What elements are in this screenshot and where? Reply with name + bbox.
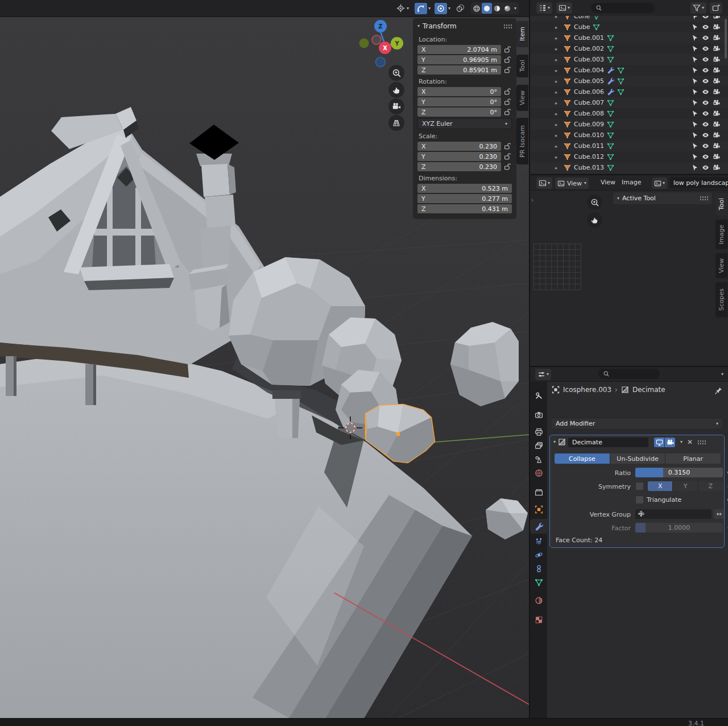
modifier-extras-dropdown[interactable]: ▾ [680, 440, 682, 444]
visibility-eye-icon[interactable] [702, 34, 709, 42]
modifier-collapse-icon[interactable]: ▾ [553, 440, 556, 444]
image-mode-dropdown[interactable]: View▾ [555, 177, 589, 189]
render-visibility-icon[interactable] [713, 121, 720, 128]
outliner-row[interactable]: ▸Cube.004 [530, 65, 728, 76]
visibility-eye-icon[interactable] [702, 16, 709, 20]
outliner-row[interactable]: ▸Cube.012 [530, 151, 728, 162]
render-visibility-icon[interactable] [713, 142, 720, 150]
pin-icon[interactable] [714, 387, 722, 395]
properties-search-input[interactable] [598, 369, 660, 379]
lock-icon[interactable] [504, 98, 512, 106]
expand-arrow-icon[interactable]: ▸ [555, 57, 561, 63]
lock-icon[interactable] [504, 163, 512, 171]
properties-options-dropdown[interactable]: ▾ [721, 372, 723, 377]
ratio-slider[interactable]: 0.3150 [635, 468, 723, 477]
outliner-row[interactable]: ▸Cube.009 [530, 119, 728, 130]
perspective-toggle-button[interactable] [388, 115, 404, 131]
visibility-eye-icon[interactable] [702, 56, 709, 63]
image-name-field[interactable]: low poly landscape [669, 177, 728, 188]
properties-tab-object-data[interactable] [530, 575, 547, 589]
zoom-button[interactable] [587, 195, 602, 210]
breadcrumb-modifier[interactable]: Decimate [632, 386, 665, 394]
3d-viewport[interactable]: ▾ ▾ ▾ ▾ Z Y X [0, 0, 529, 718]
tab-view[interactable]: View [516, 85, 528, 111]
tab-view[interactable]: View [715, 253, 727, 278]
properties-tab-collection[interactable] [530, 485, 547, 500]
location-z-field[interactable]: Z0.85901 m [417, 65, 501, 75]
outliner-display-mode-button[interactable]: ▾ [536, 2, 553, 14]
selectable-icon[interactable] [691, 77, 698, 85]
tab-tool[interactable]: Tool [715, 193, 727, 216]
proportional-editing-toggle[interactable] [435, 3, 447, 14]
expand-arrow-icon[interactable]: ▸ [555, 46, 561, 52]
properties-tab-scene[interactable] [530, 452, 547, 467]
lock-icon[interactable] [504, 152, 512, 160]
visibility-eye-icon[interactable] [702, 99, 709, 106]
editor-type-button[interactable]: ▾ [536, 177, 553, 189]
outliner-row[interactable]: ▸Cube.013 [530, 162, 728, 173]
mode-planar-button[interactable]: Planar [665, 453, 721, 464]
modifier-drag-handle[interactable] [697, 440, 706, 445]
outliner-row[interactable]: ▸Cube.008 [530, 108, 728, 119]
outliner-filter-button[interactable]: ▾ [690, 2, 707, 14]
selectable-icon[interactable] [691, 131, 698, 139]
selectable-icon[interactable] [691, 56, 698, 63]
add-modifier-button[interactable]: Add Modifier▾ [551, 418, 723, 430]
scale-y-field[interactable]: Y0.230 [417, 152, 501, 161]
tab-scopes[interactable]: Scopes [715, 282, 727, 317]
symmetry-y-button[interactable]: Y [673, 481, 698, 491]
visibility-eye-icon[interactable] [702, 131, 709, 139]
properties-tab-output[interactable] [530, 424, 547, 439]
outliner-row[interactable]: ▸Cube.006 [530, 86, 728, 97]
outliner-scrollbar[interactable] [725, 19, 727, 59]
properties-tab-material[interactable] [530, 593, 547, 608]
visibility-eye-icon[interactable] [702, 88, 709, 96]
render-visibility-icon[interactable] [713, 88, 720, 96]
tab-pr-isocam[interactable]: PR Isocam [516, 118, 528, 164]
selectable-icon[interactable] [691, 88, 698, 96]
visibility-eye-icon[interactable] [702, 142, 709, 150]
render-visibility-icon[interactable] [713, 34, 720, 42]
visibility-eye-icon[interactable] [702, 23, 709, 31]
menu-image[interactable]: Image [618, 179, 644, 186]
proportional-dropdown[interactable]: ▾ [448, 6, 450, 11]
render-visibility-icon[interactable] [713, 164, 720, 171]
expand-arrow-icon[interactable]: ▸ [555, 100, 561, 106]
rotation-y-field[interactable]: Y0° [417, 97, 501, 106]
mode-collapse-button[interactable]: Collapse [555, 453, 610, 464]
modifier-name-field[interactable]: Decimate [568, 438, 648, 447]
rotation-mode-dropdown[interactable]: XYZ Euler▾ [417, 118, 512, 129]
lock-icon[interactable] [504, 66, 512, 74]
expand-arrow-icon[interactable]: ▸ [555, 68, 561, 73]
overlays-toggle[interactable] [454, 3, 467, 14]
selectable-icon[interactable] [691, 67, 698, 74]
dimensions-y-field[interactable]: Y0.277 m [417, 194, 512, 203]
outliner-row[interactable]: ▸Cube.001 [530, 32, 728, 43]
properties-tab-render[interactable] [530, 407, 547, 422]
rotation-x-field[interactable]: X0° [417, 87, 501, 96]
properties-tab-constraints[interactable] [530, 561, 547, 576]
properties-tab-object[interactable] [530, 502, 547, 517]
render-visibility-icon[interactable] [713, 153, 720, 160]
snap-dropdown[interactable]: ▾ [428, 6, 431, 11]
factor-slider[interactable]: 1.0000 [635, 523, 723, 533]
visibility-eye-icon[interactable] [702, 67, 709, 74]
outliner-row[interactable]: ▸Cube.005 [530, 76, 728, 86]
active-tool-panel-header[interactable]: ▾ Active Tool [613, 192, 712, 204]
shading-material-button[interactable] [492, 3, 502, 14]
pan-button[interactable] [587, 212, 602, 228]
outliner-search-input[interactable] [591, 3, 655, 13]
pan-button[interactable] [388, 82, 404, 98]
expand-arrow-icon[interactable]: ▸ [555, 154, 561, 160]
render-visibility-icon[interactable] [713, 77, 720, 85]
expand-arrow-icon[interactable]: ▸ [555, 16, 561, 19]
expand-arrow-icon[interactable]: ▸ [555, 143, 561, 149]
location-y-field[interactable]: Y0.96905 m [417, 55, 501, 64]
outliner-row[interactable]: ▸Cube.007 [530, 97, 728, 108]
expand-arrow-icon[interactable]: ▸ [555, 24, 561, 30]
selectable-icon[interactable] [691, 142, 698, 150]
vertex-group-field[interactable] [635, 509, 712, 519]
outliner-row[interactable]: ▸Cube.010 [530, 130, 728, 141]
properties-tab-tool[interactable] [530, 388, 547, 403]
properties-tab-particles[interactable] [530, 534, 547, 548]
